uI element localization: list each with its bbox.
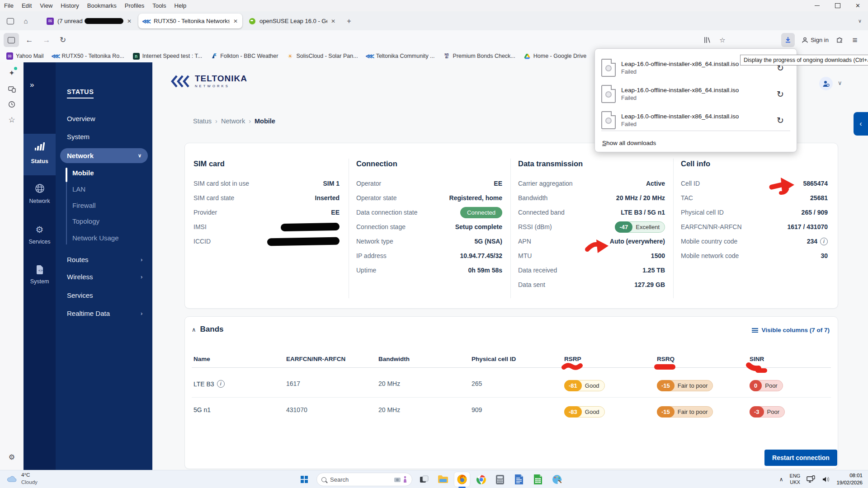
menu-bookmarks[interactable]: Bookmarks — [83, 2, 121, 9]
libreoffice-writer-icon[interactable] — [511, 472, 527, 487]
bookmark-item-4[interactable]: Folkton - BBC Weather — [211, 53, 278, 60]
visible-columns-button[interactable]: Visible columns (7 of 7) — [752, 327, 830, 333]
settings-gear-icon[interactable]: ⚙ — [0, 450, 24, 464]
clock-widget[interactable]: 08:01 19/02/2026 — [836, 472, 863, 486]
bookmark-item-2[interactable]: ⋘RUTX50 - Teltonika Ro... — [52, 53, 124, 60]
sidebar-item-routes[interactable]: Routes — [67, 254, 89, 265]
side-panel-toggle-button[interactable]: ‹ — [854, 112, 868, 136]
language-indicator[interactable]: ENGUKX — [790, 473, 801, 486]
sidebar-item-lan[interactable]: LAN — [72, 184, 85, 195]
tab-close-icon[interactable]: ✕ — [123, 18, 132, 24]
library-icon[interactable] — [701, 30, 713, 50]
downloads-button[interactable] — [781, 33, 795, 47]
menu-profiles[interactable]: Profiles — [121, 2, 148, 9]
calculator-icon[interactable] — [492, 472, 508, 487]
account-button[interactable] — [819, 77, 833, 90]
reload-icon[interactable]: ↻ — [56, 30, 70, 50]
globe-icon[interactable] — [24, 183, 56, 195]
sidebar-item-topology[interactable]: Topology — [72, 216, 99, 227]
maximize-button[interactable] — [827, 0, 848, 11]
download-item-2[interactable]: Leap-16.0-offline-installer-x86_64.insta… — [601, 81, 790, 107]
list-all-tabs-icon[interactable]: ∨ — [854, 11, 865, 31]
column-header-rsrp[interactable]: RSRP — [564, 356, 581, 362]
sidebar-item-firewall[interactable]: Firewall — [72, 200, 96, 211]
sidebar-item-wireless[interactable]: Wireless — [67, 272, 93, 282]
sidebar-item-realtime-data[interactable]: Realtime Data — [67, 308, 110, 319]
tab-close-icon[interactable]: ✕ — [230, 18, 238, 24]
synced-tabs-icon[interactable] — [0, 82, 24, 96]
column-header-physical-cell-id[interactable]: Physical cell ID — [472, 356, 516, 362]
account-chevron-icon[interactable]: ∨ — [838, 80, 842, 86]
start-button[interactable] — [297, 472, 312, 487]
rail-item-network[interactable]: Network — [24, 198, 56, 204]
history-clock-icon[interactable] — [0, 98, 24, 111]
close-button[interactable]: ✕ — [848, 0, 868, 11]
file-explorer-icon[interactable] — [435, 472, 451, 487]
tab-1[interactable]: ✉(7 unread)✕ — [42, 14, 136, 28]
forward-icon[interactable]: → — [40, 30, 53, 50]
sidebar-item-mobile[interactable]: Mobile — [72, 168, 94, 178]
sidebar-item-system[interactable]: System — [67, 131, 90, 142]
sidebar-item-overview[interactable]: Overview — [67, 113, 95, 124]
firefox-icon[interactable] — [454, 472, 470, 487]
menu-history[interactable]: History — [57, 2, 83, 9]
hamburger-menu-icon[interactable]: ≡ — [848, 30, 862, 50]
sidebar-item-network[interactable]: Network∨ — [60, 148, 148, 163]
sidebar-toggle-button[interactable] — [4, 33, 19, 47]
extensions-icon[interactable] — [834, 30, 845, 50]
sign-in-button[interactable]: Sign in — [797, 30, 833, 50]
tab-close-icon[interactable]: ✕ — [327, 18, 335, 24]
sidebar-item-network-usage[interactable]: Network Usage — [72, 233, 119, 244]
signal-bars-icon[interactable] — [24, 142, 56, 153]
menu-tools[interactable]: Tools — [148, 2, 170, 9]
bands-header[interactable]: ∧ Bands — [192, 325, 223, 334]
bookmark-item-7[interactable]: NS&IPremium Bonds Check... — [443, 53, 515, 60]
sim-file-icon[interactable]: <> — [24, 265, 56, 277]
info-icon[interactable]: i — [820, 238, 828, 245]
menu-help[interactable]: Help — [170, 2, 191, 9]
network-tray-icon[interactable] — [807, 475, 816, 483]
volume-icon[interactable] — [822, 476, 830, 483]
breadcrumb-status[interactable]: Status — [193, 117, 212, 125]
show-all-downloads-link[interactable]: Show all downloads — [601, 137, 657, 149]
rail-item-system[interactable]: System — [24, 278, 56, 285]
menu-file[interactable]: File — [0, 2, 18, 9]
rail-item-status[interactable]: Status — [24, 158, 56, 164]
bookmark-item-6[interactable]: ⋘Teltonika Community ... — [367, 53, 435, 60]
retry-download-icon[interactable]: ↻ — [777, 115, 784, 126]
paint-icon[interactable] — [549, 472, 565, 487]
firefox-view-icon[interactable] — [4, 11, 17, 31]
breadcrumb-network[interactable]: Network — [221, 117, 245, 125]
ai-chat-icon[interactable]: ✦ — [0, 66, 24, 80]
column-header-rsrq[interactable]: RSRQ — [657, 356, 675, 362]
bookmarks-star-icon[interactable]: ☆ — [0, 113, 24, 127]
bookmark-star-icon[interactable]: ☆ — [716, 30, 729, 50]
sidebar-item-services[interactable]: Services — [67, 290, 93, 301]
menu-edit[interactable]: Edit — [18, 2, 36, 9]
column-header-name[interactable]: Name — [193, 356, 210, 362]
tab-3[interactable]: openSUSE Leap 16.0 - Get open✕ — [244, 14, 340, 28]
menu-view[interactable]: View — [36, 2, 57, 9]
column-header-sinr[interactable]: SINR — [750, 356, 764, 362]
column-header-bandwidth[interactable]: Bandwidth — [378, 356, 410, 362]
bookmark-item-8[interactable]: Home - Google Drive — [524, 53, 586, 60]
column-header-earfcn-nr-arfcn[interactable]: EARFCN/NR-ARFCN — [286, 356, 345, 362]
bookmark-item-3[interactable]: nInternet Speed test : T... — [133, 53, 203, 60]
gear-icon[interactable]: ⚙ — [24, 224, 56, 235]
task-view-icon[interactable] — [416, 472, 432, 487]
download-item-3[interactable]: Leap-16.0-offline-installer-x86_64.insta… — [601, 108, 790, 133]
retry-download-icon[interactable]: ↻ — [777, 89, 784, 99]
back-icon[interactable]: ← — [23, 30, 36, 50]
new-tab-button[interactable]: + — [343, 11, 355, 31]
tray-expand-chevron[interactable]: ∧ — [779, 476, 783, 483]
restart-connection-button[interactable]: Restart connection — [764, 450, 837, 466]
taskbar-search[interactable]: Search — [316, 473, 412, 486]
rail-item-services[interactable]: Services — [24, 239, 56, 245]
info-icon[interactable]: i — [217, 380, 225, 388]
collapse-menu-icon[interactable]: » — [24, 80, 56, 89]
tab-2[interactable]: ⋘RUTX50 - Teltonika Networks✕ — [138, 14, 242, 28]
chrome-icon[interactable] — [473, 472, 489, 487]
libreoffice-calc-icon[interactable] — [530, 472, 546, 487]
bookmark-item-1[interactable]: ✉Yahoo Mail — [6, 53, 44, 60]
weather-widget[interactable]: 4°C Cloudy — [6, 472, 38, 486]
